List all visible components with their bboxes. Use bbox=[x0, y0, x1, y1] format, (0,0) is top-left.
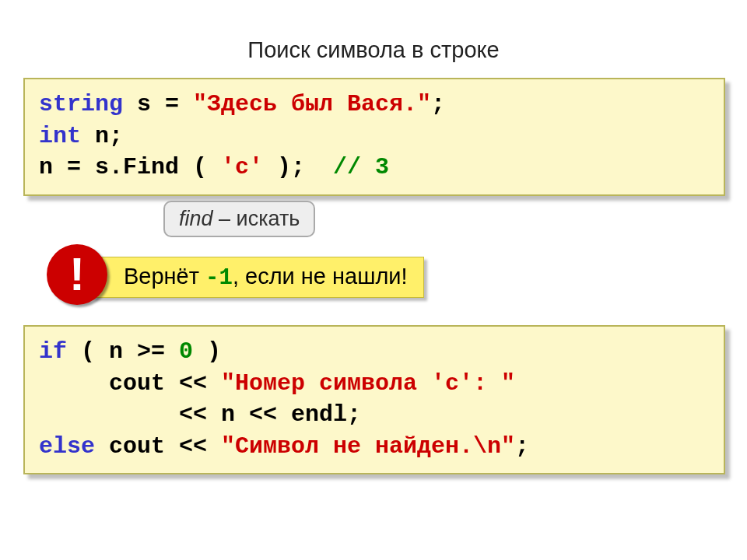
number-literal: 0 bbox=[179, 338, 193, 365]
code-text: n; bbox=[81, 123, 123, 149]
exclamation-icon: ! bbox=[47, 244, 107, 305]
kw-string: string bbox=[39, 91, 123, 117]
code-text: ( bbox=[179, 154, 221, 180]
code-block-1: string s = "Здесь был Вася."; int n; n =… bbox=[23, 78, 725, 196]
code-text: n = s. bbox=[39, 154, 123, 180]
string-literal: "Символ не найден.\n" bbox=[221, 433, 515, 460]
code-text: s = bbox=[123, 91, 193, 117]
warning-text: Вернёт bbox=[124, 264, 205, 289]
code-text: ); bbox=[263, 154, 333, 180]
code-text: cout << bbox=[39, 370, 221, 397]
tooltip-term: find bbox=[179, 207, 213, 230]
tooltip-find: find – искать bbox=[163, 201, 315, 237]
code-text: cout << bbox=[95, 433, 221, 460]
method-find: Find bbox=[123, 154, 179, 180]
slide-title: Поиск символа в строке bbox=[0, 37, 747, 63]
string-literal: "Здесь был Вася." bbox=[193, 91, 431, 117]
warning-box: Вернёт -1, если не нашли! bbox=[92, 257, 424, 298]
code-block-2: if ( n >= 0 ) cout << "Номер символа 'c'… bbox=[23, 325, 725, 474]
tooltip-text: – искать bbox=[213, 207, 300, 230]
warning-text: , если не нашли! bbox=[233, 264, 408, 289]
string-literal: "Номер символа 'c': " bbox=[221, 370, 515, 397]
char-literal: 'с' bbox=[221, 154, 263, 180]
kw-if: if bbox=[39, 338, 67, 365]
code-text: ) bbox=[193, 338, 221, 365]
warning-value: -1 bbox=[205, 265, 233, 291]
comment: // 3 bbox=[333, 154, 389, 180]
code-text: ( n >= bbox=[67, 338, 179, 365]
code-text: ; bbox=[431, 91, 445, 117]
kw-int: int bbox=[39, 123, 81, 149]
kw-else: else bbox=[39, 433, 95, 460]
code-text: ; bbox=[515, 433, 529, 460]
code-text: << n << endl; bbox=[39, 401, 361, 428]
